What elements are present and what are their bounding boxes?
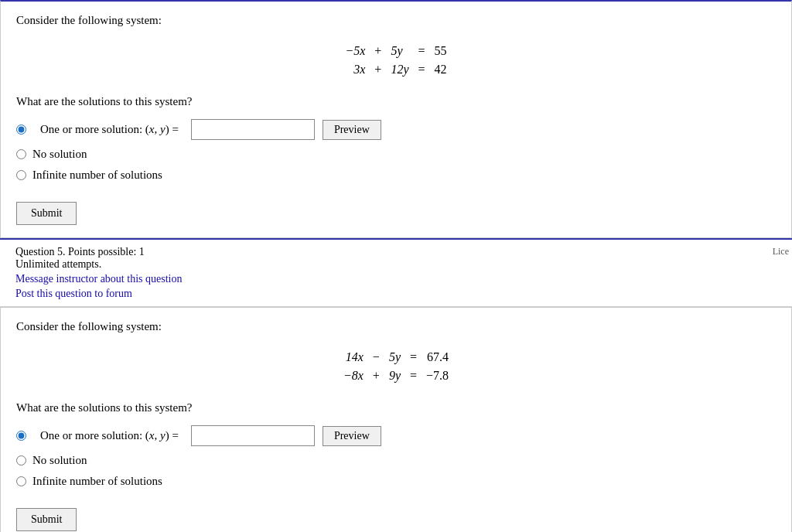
radio-no-solution-q5[interactable] — [16, 455, 26, 466]
equation-block-q4: −5x + 5y = 55 3x + 12y = 42 — [16, 41, 776, 80]
equation-table-q5: 14x − 5y = 67.4 −8x + 9y = −7.8 — [337, 347, 455, 386]
eq-lhs-2-q5: −8x — [339, 367, 368, 384]
eq-op-2-q5: + — [370, 367, 383, 384]
radio-one-more-q4[interactable] — [16, 124, 26, 135]
radio-infinite-q4[interactable] — [16, 170, 26, 180]
eq-eq-2-q5: = — [407, 367, 420, 384]
question-5-attempts: Unlimited attempts. — [15, 258, 777, 271]
eq-lhs-1-q5: 14x — [339, 349, 368, 366]
label-no-solution-q5: No solution — [32, 454, 87, 467]
radio-infinite-q5[interactable] — [16, 476, 26, 486]
question-5-title: Question 5. Points possible: 1 — [15, 246, 777, 258]
license-text: Lice — [773, 246, 789, 257]
eq-lhs-1-q4: −5x — [340, 43, 370, 60]
solution-input-q4[interactable] — [191, 119, 315, 140]
option-infinite-q4: Infinite number of solutions — [16, 169, 776, 182]
eq-eq-2-q4: = — [415, 61, 428, 78]
equation-row-2-q5: −8x + 9y = −7.8 — [339, 367, 453, 384]
post-to-forum-link[interactable]: Post this question to forum — [15, 288, 777, 300]
question-5-block: Consider the following system: 14x − 5y … — [0, 307, 792, 532]
eq-op-2-q4: + — [371, 61, 384, 78]
radio-no-solution-q4[interactable] — [16, 149, 26, 159]
preview-button-q4[interactable]: Preview — [323, 120, 381, 140]
option-one-more-q5: One or more solution: (x, y) = Preview — [16, 425, 776, 446]
equation-table-q4: −5x + 5y = 55 3x + 12y = 42 — [339, 41, 452, 80]
equation-row-1-q5: 14x − 5y = 67.4 — [339, 349, 453, 366]
eq-result-1-q4: 55 — [430, 43, 452, 60]
preview-button-q5[interactable]: Preview — [323, 426, 381, 446]
label-infinite-q4: Infinite number of solutions — [32, 169, 162, 182]
label-no-solution-q4: No solution — [32, 148, 87, 161]
eq-result-2-q4: 42 — [430, 61, 452, 78]
eq-op-1-q4: + — [371, 43, 384, 60]
eq-rhs-var-1-q5: 5y — [384, 349, 405, 366]
radio-one-more-q5[interactable] — [16, 431, 26, 441]
option-one-more-q4: One or more solution: (x, y) = Preview — [16, 119, 776, 140]
submit-button-q5[interactable]: Submit — [16, 508, 77, 531]
eq-lhs-2-q4: 3x — [340, 61, 370, 78]
eq-rhs-var-1-q4: 5y — [386, 43, 413, 60]
label-infinite-q5: Infinite number of solutions — [32, 475, 162, 488]
eq-result-2-q5: −7.8 — [422, 367, 453, 384]
solutions-question-q4: What are the solutions to this system? — [16, 95, 776, 108]
solution-input-q5[interactable] — [191, 425, 315, 446]
eq-result-1-q5: 67.4 — [422, 349, 453, 366]
eq-op-1-q5: − — [370, 349, 383, 366]
option-no-solution-q5: No solution — [16, 454, 776, 467]
solutions-question-q5: What are the solutions to this system? — [16, 401, 776, 414]
submit-button-q4[interactable]: Submit — [16, 202, 77, 225]
eq-rhs-var-2-q4: 12y — [386, 61, 413, 78]
eq-rhs-var-2-q5: 9y — [384, 367, 405, 384]
consider-text-q4: Consider the following system: — [16, 14, 776, 27]
question-5-meta: Lice Question 5. Points possible: 1 Unli… — [0, 238, 792, 307]
eq-eq-1-q5: = — [407, 349, 420, 366]
equation-row-2-q4: 3x + 12y = 42 — [340, 61, 451, 78]
equation-row-1-q4: −5x + 5y = 55 — [340, 43, 451, 60]
label-one-more-q5: One or more solution: (x, y) = — [40, 429, 179, 442]
label-one-more-q4: One or more solution: (x, y) = — [40, 123, 179, 136]
option-no-solution-q4: No solution — [16, 148, 776, 161]
equation-block-q5: 14x − 5y = 67.4 −8x + 9y = −7.8 — [16, 347, 776, 386]
question-4-block: Consider the following system: −5x + 5y … — [0, 0, 792, 238]
consider-text-q5: Consider the following system: — [16, 320, 776, 333]
eq-eq-1-q4: = — [415, 43, 428, 60]
message-instructor-link[interactable]: Message instructor about this question — [15, 273, 777, 285]
option-infinite-q5: Infinite number of solutions — [16, 475, 776, 488]
